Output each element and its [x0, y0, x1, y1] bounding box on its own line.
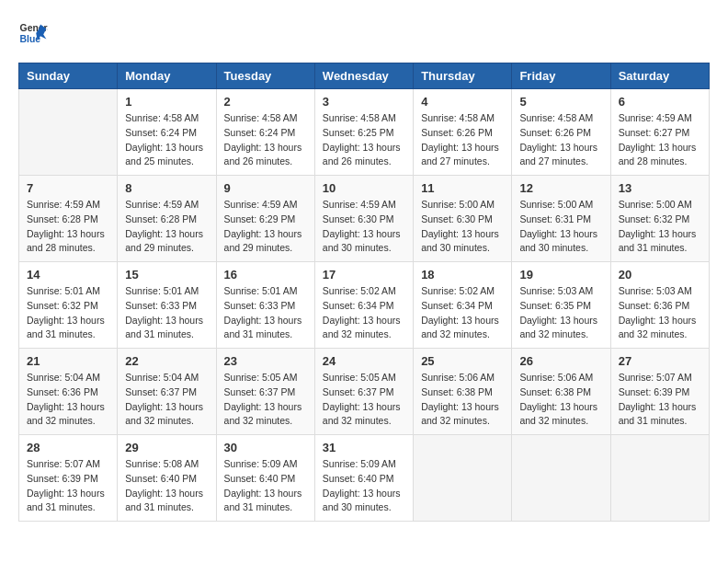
day-info: Sunrise: 5:06 AM Sunset: 6:38 PM Dayligh…	[519, 371, 602, 429]
day-header-saturday: Saturday	[610, 63, 709, 89]
day-number: 20	[619, 268, 701, 282]
day-header-friday: Friday	[512, 63, 610, 89]
day-info: Sunrise: 4:58 AM Sunset: 6:26 PM Dayligh…	[519, 111, 602, 169]
week-row-2: 7Sunrise: 4:59 AM Sunset: 6:28 PM Daylig…	[19, 176, 710, 262]
day-number: 31	[323, 441, 405, 454]
day-number: 12	[519, 181, 602, 195]
day-cell: 18Sunrise: 5:02 AM Sunset: 6:34 PM Dayli…	[414, 262, 512, 349]
day-number: 25	[421, 354, 504, 368]
day-number: 19	[519, 268, 602, 282]
day-number: 14	[27, 268, 109, 282]
day-info: Sunrise: 5:05 AM Sunset: 6:37 PM Dayligh…	[224, 371, 307, 429]
day-header-sunday: Sunday	[19, 63, 118, 89]
day-cell	[414, 435, 512, 522]
day-header-tuesday: Tuesday	[216, 63, 314, 89]
day-cell: 3Sunrise: 4:58 AM Sunset: 6:25 PM Daylig…	[314, 89, 413, 176]
day-cell	[512, 435, 610, 522]
day-info: Sunrise: 5:01 AM Sunset: 6:33 PM Dayligh…	[125, 284, 208, 342]
day-cell: 31Sunrise: 5:09 AM Sunset: 6:40 PM Dayli…	[314, 435, 413, 522]
day-cell: 15Sunrise: 5:01 AM Sunset: 6:33 PM Dayli…	[118, 262, 216, 349]
day-info: Sunrise: 4:59 AM Sunset: 6:28 PM Dayligh…	[27, 198, 109, 256]
day-info: Sunrise: 4:58 AM Sunset: 6:25 PM Dayligh…	[323, 111, 405, 169]
day-cell: 22Sunrise: 5:04 AM Sunset: 6:37 PM Dayli…	[118, 349, 216, 435]
day-number: 2	[224, 95, 307, 109]
day-info: Sunrise: 5:09 AM Sunset: 6:40 PM Dayligh…	[224, 457, 307, 515]
day-cell: 10Sunrise: 4:59 AM Sunset: 6:30 PM Dayli…	[314, 176, 413, 262]
day-cell: 30Sunrise: 5:09 AM Sunset: 6:40 PM Dayli…	[216, 435, 314, 522]
day-cell: 29Sunrise: 5:08 AM Sunset: 6:40 PM Dayli…	[118, 435, 216, 522]
day-cell: 2Sunrise: 4:58 AM Sunset: 6:24 PM Daylig…	[216, 89, 314, 176]
day-cell: 1Sunrise: 4:58 AM Sunset: 6:24 PM Daylig…	[118, 89, 216, 176]
day-number: 26	[519, 354, 602, 368]
day-number: 29	[125, 441, 208, 454]
day-cell	[19, 89, 118, 176]
day-number: 13	[619, 181, 701, 195]
day-info: Sunrise: 5:05 AM Sunset: 6:37 PM Dayligh…	[323, 371, 405, 429]
day-cell: 25Sunrise: 5:06 AM Sunset: 6:38 PM Dayli…	[414, 349, 512, 435]
day-info: Sunrise: 5:00 AM Sunset: 6:30 PM Dayligh…	[421, 198, 504, 256]
day-number: 7	[27, 181, 109, 195]
day-info: Sunrise: 5:07 AM Sunset: 6:39 PM Dayligh…	[619, 371, 701, 429]
day-number: 10	[323, 181, 405, 195]
day-cell: 26Sunrise: 5:06 AM Sunset: 6:38 PM Dayli…	[512, 349, 610, 435]
day-number: 30	[224, 441, 307, 454]
day-cell	[610, 435, 709, 522]
day-cell: 17Sunrise: 5:02 AM Sunset: 6:34 PM Dayli…	[314, 262, 413, 349]
day-number: 22	[125, 354, 208, 368]
page-header: General Blue	[18, 18, 710, 48]
day-info: Sunrise: 5:03 AM Sunset: 6:36 PM Dayligh…	[619, 284, 701, 342]
day-cell: 20Sunrise: 5:03 AM Sunset: 6:36 PM Dayli…	[610, 262, 709, 349]
week-row-4: 21Sunrise: 5:04 AM Sunset: 6:36 PM Dayli…	[19, 349, 710, 435]
day-number: 23	[224, 354, 307, 368]
day-number: 18	[421, 268, 504, 282]
day-info: Sunrise: 5:01 AM Sunset: 6:32 PM Dayligh…	[27, 284, 109, 342]
day-cell: 21Sunrise: 5:04 AM Sunset: 6:36 PM Dayli…	[19, 349, 118, 435]
day-info: Sunrise: 5:00 AM Sunset: 6:32 PM Dayligh…	[619, 198, 701, 256]
day-info: Sunrise: 5:08 AM Sunset: 6:40 PM Dayligh…	[125, 457, 208, 515]
day-header-wednesday: Wednesday	[314, 63, 413, 89]
day-number: 5	[519, 95, 602, 109]
logo-icon: General Blue	[18, 18, 48, 48]
day-cell: 14Sunrise: 5:01 AM Sunset: 6:32 PM Dayli…	[19, 262, 118, 349]
calendar-table: SundayMondayTuesdayWednesdayThursdayFrid…	[18, 63, 710, 522]
day-number: 16	[224, 268, 307, 282]
day-header-monday: Monday	[118, 63, 216, 89]
week-row-1: 1Sunrise: 4:58 AM Sunset: 6:24 PM Daylig…	[19, 89, 710, 176]
day-cell: 5Sunrise: 4:58 AM Sunset: 6:26 PM Daylig…	[512, 89, 610, 176]
day-number: 1	[125, 95, 208, 109]
day-number: 8	[125, 181, 208, 195]
day-number: 6	[619, 95, 701, 109]
day-number: 3	[323, 95, 405, 109]
day-info: Sunrise: 5:07 AM Sunset: 6:39 PM Dayligh…	[27, 457, 109, 515]
day-cell: 16Sunrise: 5:01 AM Sunset: 6:33 PM Dayli…	[216, 262, 314, 349]
week-row-3: 14Sunrise: 5:01 AM Sunset: 6:32 PM Dayli…	[19, 262, 710, 349]
day-info: Sunrise: 4:58 AM Sunset: 6:24 PM Dayligh…	[224, 111, 307, 169]
day-cell: 4Sunrise: 4:58 AM Sunset: 6:26 PM Daylig…	[414, 89, 512, 176]
day-number: 11	[421, 181, 504, 195]
day-cell: 13Sunrise: 5:00 AM Sunset: 6:32 PM Dayli…	[610, 176, 709, 262]
day-number: 15	[125, 268, 208, 282]
day-cell: 23Sunrise: 5:05 AM Sunset: 6:37 PM Dayli…	[216, 349, 314, 435]
day-cell: 6Sunrise: 4:59 AM Sunset: 6:27 PM Daylig…	[610, 89, 709, 176]
day-info: Sunrise: 4:59 AM Sunset: 6:29 PM Dayligh…	[224, 198, 307, 256]
logo: General Blue	[18, 18, 48, 48]
day-info: Sunrise: 5:02 AM Sunset: 6:34 PM Dayligh…	[421, 284, 504, 342]
day-number: 21	[27, 354, 109, 368]
day-number: 4	[421, 95, 504, 109]
day-info: Sunrise: 4:59 AM Sunset: 6:27 PM Dayligh…	[619, 111, 701, 169]
day-cell: 11Sunrise: 5:00 AM Sunset: 6:30 PM Dayli…	[414, 176, 512, 262]
day-cell: 9Sunrise: 4:59 AM Sunset: 6:29 PM Daylig…	[216, 176, 314, 262]
day-info: Sunrise: 5:03 AM Sunset: 6:35 PM Dayligh…	[519, 284, 602, 342]
day-number: 9	[224, 181, 307, 195]
day-number: 27	[619, 354, 701, 368]
day-cell: 12Sunrise: 5:00 AM Sunset: 6:31 PM Dayli…	[512, 176, 610, 262]
day-headers-row: SundayMondayTuesdayWednesdayThursdayFrid…	[19, 63, 710, 89]
day-header-thursday: Thursday	[414, 63, 512, 89]
day-info: Sunrise: 5:06 AM Sunset: 6:38 PM Dayligh…	[421, 371, 504, 429]
day-cell: 7Sunrise: 4:59 AM Sunset: 6:28 PM Daylig…	[19, 176, 118, 262]
day-info: Sunrise: 5:02 AM Sunset: 6:34 PM Dayligh…	[323, 284, 405, 342]
day-number: 28	[27, 441, 109, 454]
week-row-5: 28Sunrise: 5:07 AM Sunset: 6:39 PM Dayli…	[19, 435, 710, 522]
day-info: Sunrise: 5:00 AM Sunset: 6:31 PM Dayligh…	[519, 198, 602, 256]
day-info: Sunrise: 5:04 AM Sunset: 6:37 PM Dayligh…	[125, 371, 208, 429]
